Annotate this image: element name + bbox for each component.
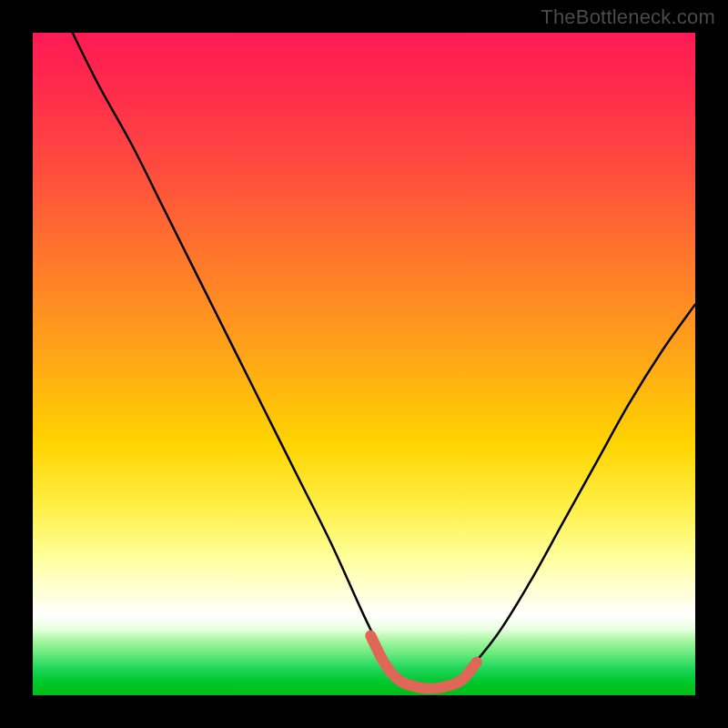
chart-plot-area [33,33,695,695]
optimal-range-highlight [33,33,695,695]
watermark-text: TheBottleneck.com [541,5,715,29]
